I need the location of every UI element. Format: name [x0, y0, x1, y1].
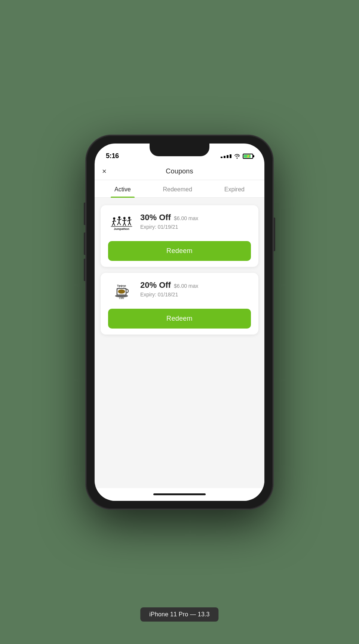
redeem-button-1[interactable]: Redeem [108, 241, 251, 261]
towne-cafe-logo: Towne [108, 280, 135, 303]
svg-line-5 [114, 221, 116, 221]
tabs-bar: Active Redeemed Expired [95, 180, 264, 198]
svg-line-19 [129, 219, 130, 222]
svg-line-20 [128, 222, 129, 225]
coupon-expiry-1: Expiry: 01/19/21 [140, 224, 251, 230]
coupon-max-2: $6.00 max [174, 283, 198, 289]
coupon-main-line-1: 30% Off $6.00 max [140, 213, 251, 222]
tab-expired[interactable]: Expired [221, 180, 248, 197]
coupon-top-1: Jumpathon 30% Off $6.00 max Expiry: 01/1… [108, 213, 251, 235]
coupon-main-line-2: 20% Off $6.00 max [140, 280, 251, 290]
svg-line-14 [123, 223, 124, 225]
phone-screen: 5:16 [95, 144, 264, 501]
tab-active[interactable]: Active [111, 180, 135, 197]
svg-line-9 [119, 222, 120, 225]
status-icons: ⚡ [221, 154, 253, 159]
coupon-discount-1: 30% Off [140, 213, 171, 222]
coupon-card-1: Jumpathon 30% Off $6.00 max Expiry: 01/1… [101, 205, 258, 267]
home-indicator [95, 488, 264, 501]
home-bar [153, 493, 206, 495]
coupons-list: Jumpathon 30% Off $6.00 max Expiry: 01/1… [95, 198, 264, 488]
coupon-info-2: 20% Off $6.00 max Expiry: 01/18/21 [140, 280, 251, 298]
wifi-icon [234, 154, 240, 159]
phone-frame: 5:16 [86, 135, 273, 509]
tab-redeemed[interactable]: Redeemed [159, 180, 196, 197]
svg-text:Cafe: Cafe [119, 297, 124, 299]
battery-bolt: ⚡ [246, 154, 250, 158]
svg-point-29 [118, 289, 125, 293]
svg-line-21 [129, 222, 131, 225]
coupon-discount-2: 20% Off [140, 280, 171, 290]
close-button[interactable]: × [102, 167, 107, 175]
coupon-card-2: Towne [101, 273, 258, 335]
svg-line-2 [112, 223, 113, 225]
notch [150, 144, 209, 156]
app-header: × Coupons [95, 163, 264, 180]
jumpathon-logo: Jumpathon [108, 213, 135, 235]
battery-icon: ⚡ [243, 154, 253, 159]
device-label: iPhone 11 Pro — 13.3 [140, 607, 218, 622]
coupon-max-1: $6.00 max [174, 215, 198, 221]
signal-icon [221, 154, 231, 158]
coupon-expiry-2: Expiry: 01/18/21 [140, 292, 251, 298]
svg-text:Jumpathon: Jumpathon [114, 227, 129, 231]
redeem-button-2[interactable]: Redeem [108, 309, 251, 329]
svg-line-7 [119, 218, 119, 222]
svg-line-15 [125, 223, 126, 225]
coupon-info-1: 30% Off $6.00 max Expiry: 01/19/21 [140, 213, 251, 230]
svg-line-8 [117, 222, 119, 225]
svg-line-3 [114, 223, 115, 225]
header-title: Coupons [166, 167, 193, 175]
coupon-top-2: Towne [108, 280, 251, 303]
status-time: 5:16 [106, 152, 119, 160]
scene: 5:16 [0, 0, 359, 644]
